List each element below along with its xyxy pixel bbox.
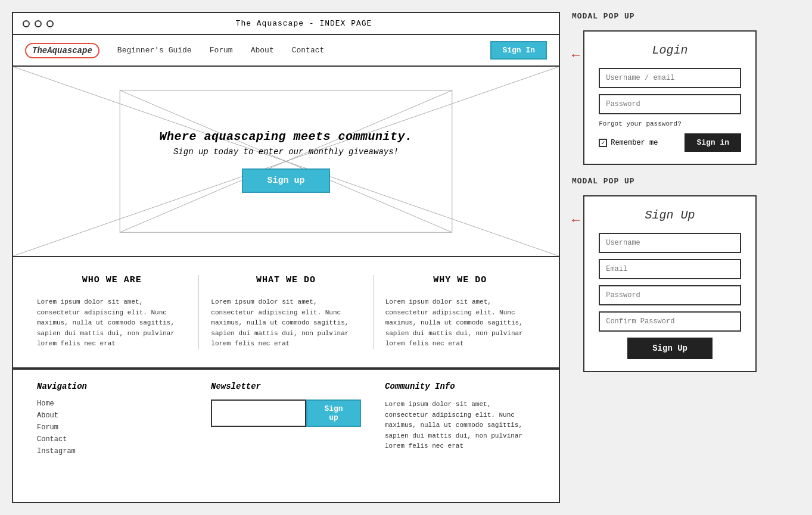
- main-wireframe: The Aquascape - INDEX PAGE TheAquascape …: [12, 12, 560, 503]
- footer-link-about[interactable]: About: [37, 411, 187, 420]
- info-col-why: WHY WE DO Lorem ipsum dolor sit amet, co…: [374, 275, 547, 349]
- modals-column: MODAL POP UP ← Login Forgot your passwor…: [572, 12, 757, 503]
- window-dot-1: [23, 20, 30, 27]
- login-remember-row: ✓ Remember me: [599, 139, 658, 147]
- login-modal-section: MODAL POP UP ← Login Forgot your passwor…: [572, 12, 757, 165]
- newsletter-signup-button[interactable]: Sign up: [306, 399, 361, 427]
- newsletter-input-row: Sign up: [211, 399, 361, 427]
- signup-modal-title: Sign Up: [599, 208, 741, 222]
- footer-newsletter: Newsletter Sign up: [199, 382, 373, 490]
- window-title: The Aquascape - INDEX PAGE: [58, 19, 549, 28]
- login-remember-label: Remember me: [611, 139, 658, 147]
- info-col-what-text: Lorem ipsum dolor sit amet, consectetur …: [211, 297, 360, 349]
- info-col-who-title: WHO WE ARE: [37, 275, 186, 285]
- hero-content: Where aquascaping meets community. Sign …: [159, 130, 412, 193]
- login-forgot-password[interactable]: Forgot your password?: [599, 120, 741, 127]
- title-bar: The Aquascape - INDEX PAGE: [13, 13, 559, 35]
- signup-modal-section: MODAL POP UP ← Sign Up Sign Up: [572, 177, 757, 372]
- signup-modal-box: Sign Up Sign Up: [583, 195, 757, 372]
- info-col-why-text: Lorem ipsum dolor sit amet, consectetur …: [385, 297, 535, 349]
- hero-title: Where aquascaping meets community.: [159, 130, 412, 143]
- footer-nav-title: Navigation: [37, 382, 187, 391]
- info-section: WHO WE ARE Lorem ipsum dolor sit amet, c…: [13, 257, 559, 369]
- footer-link-home[interactable]: Home: [37, 399, 187, 408]
- hero-signup-button[interactable]: Sign up: [242, 168, 329, 193]
- info-col-what: WHAT WE DO Lorem ipsum dolor sit amet, c…: [199, 275, 373, 349]
- signup-email-input[interactable]: [599, 259, 741, 279]
- hero-subtitle: Sign up today to enter our monthly givea…: [159, 147, 412, 157]
- footer-community-title: Community Info: [385, 382, 535, 391]
- info-col-who-text: Lorem ipsum dolor sit amet, consectetur …: [37, 297, 186, 349]
- login-remember-checkbox[interactable]: ✓: [599, 139, 607, 147]
- footer-link-instagram[interactable]: Instagram: [37, 447, 187, 455]
- footer-link-forum[interactable]: Forum: [37, 423, 187, 432]
- nav-link-beginners-guide[interactable]: Beginner's Guide: [117, 46, 192, 55]
- info-col-why-title: WHY WE DO: [385, 275, 535, 285]
- signup-arrow: ←: [572, 213, 580, 228]
- signup-button[interactable]: Sign Up: [627, 338, 713, 359]
- login-modal-box: Login Forgot your password? ✓ Remember m…: [583, 30, 757, 165]
- signup-modal-label: MODAL POP UP: [572, 177, 635, 186]
- nav-logo[interactable]: TheAquascape: [25, 43, 99, 58]
- info-col-who: WHO WE ARE Lorem ipsum dolor sit amet, c…: [25, 275, 199, 349]
- info-col-what-title: WHAT WE DO: [211, 275, 360, 285]
- login-signin-button[interactable]: Sign in: [685, 133, 741, 152]
- footer-navigation: Navigation Home About Forum Contact Inst…: [25, 382, 199, 490]
- signup-username-input[interactable]: [599, 233, 741, 253]
- nav-link-contact[interactable]: Contact: [292, 46, 325, 55]
- login-username-input[interactable]: [599, 68, 741, 88]
- sign-in-button[interactable]: Sign In: [490, 41, 547, 60]
- nav-bar: TheAquascape Beginner's Guide Forum Abou…: [13, 35, 559, 67]
- hero-section: Where aquascaping meets community. Sign …: [13, 67, 559, 257]
- footer-link-contact[interactable]: Contact: [37, 435, 187, 444]
- login-bottom-row: ✓ Remember me Sign in: [599, 133, 741, 152]
- footer-community: Community Info Lorem ipsum dolor sit ame…: [373, 382, 547, 490]
- login-arrow: ←: [572, 48, 580, 63]
- footer-newsletter-title: Newsletter: [211, 382, 361, 391]
- nav-link-about[interactable]: About: [251, 46, 274, 55]
- login-modal-title: Login: [599, 43, 741, 57]
- footer: Navigation Home About Forum Contact Inst…: [13, 369, 559, 502]
- signup-password-input[interactable]: [599, 285, 741, 305]
- newsletter-input[interactable]: [211, 399, 306, 427]
- login-password-input[interactable]: [599, 94, 741, 114]
- signup-confirm-password-input[interactable]: [599, 311, 741, 332]
- footer-community-text: Lorem ipsum dolor sit amet, consectetur …: [385, 399, 535, 452]
- window-dot-2: [35, 20, 42, 27]
- nav-link-forum[interactable]: Forum: [210, 46, 233, 55]
- login-modal-label: MODAL POP UP: [572, 12, 635, 21]
- window-dot-3: [46, 20, 54, 27]
